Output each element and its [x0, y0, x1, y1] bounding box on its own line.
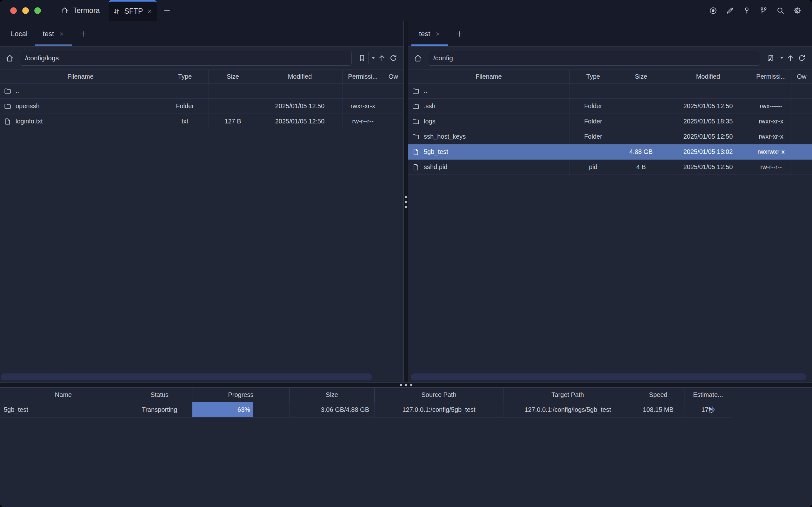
app-window: Termora SFTP [0, 0, 812, 507]
home-icon[interactable] [4, 52, 15, 64]
column-header-status[interactable]: Status [127, 388, 193, 402]
filename-label: 5gb_test [424, 148, 448, 156]
close-window-button[interactable] [10, 7, 17, 14]
permissions-cell: rwxr-xr-x [751, 114, 791, 129]
table-row[interactable]: logs Folder 2025/01/05 18:35 rwxr-xr-x [408, 114, 812, 129]
column-header-type[interactable]: Type [161, 70, 209, 83]
size-cell [617, 83, 665, 99]
column-header-size[interactable]: Size [209, 70, 257, 83]
filename-label: logs [424, 118, 436, 125]
transfers-table: Name Status Progress Size Source Path Ta… [0, 388, 812, 417]
keychain-branch-icon[interactable] [759, 6, 768, 15]
column-header-modified[interactable]: Modified [665, 70, 751, 83]
permissions-cell [751, 83, 791, 99]
minimize-window-button[interactable] [22, 7, 29, 14]
remote-path-actions [765, 52, 808, 64]
table-row-selected[interactable]: 5gb_test 4.88 GB 2025/01/05 13:02 rwxrwx… [408, 145, 812, 160]
tab-termora[interactable]: Termora [52, 0, 109, 21]
scrollbar-thumb[interactable] [1, 374, 372, 380]
table-row[interactable]: loginfo.txt txt 127 B 2025/01/05 12:50 r… [0, 114, 403, 129]
chevron-down-icon[interactable] [370, 56, 376, 60]
edit-pencil-icon[interactable] [725, 6, 735, 15]
local-pane-tabs: Local test [0, 21, 403, 47]
bookmark-icon[interactable] [356, 52, 368, 64]
close-tab-icon[interactable] [147, 8, 153, 14]
search-icon[interactable] [775, 6, 785, 15]
owner-cell [383, 114, 403, 129]
settings-gear-icon[interactable] [792, 6, 802, 15]
owner-cell [791, 129, 812, 145]
modified-cell: 2025/01/05 12:50 [257, 114, 343, 129]
traffic-lights [0, 0, 52, 21]
table-row[interactable]: .. [0, 83, 403, 99]
add-tab-button[interactable] [448, 21, 471, 46]
size-cell [209, 99, 257, 114]
folder-icon [412, 133, 420, 140]
tab-local[interactable]: Local [3, 21, 35, 46]
table-row[interactable]: ssh_host_keys Folder 2025/01/05 12:50 rw… [408, 129, 812, 145]
tab-test-right-label: test [419, 30, 430, 38]
column-header-filename[interactable]: Filename [408, 70, 570, 83]
add-tab-button[interactable] [72, 21, 94, 46]
column-header-estimate[interactable]: Estimate... [685, 388, 732, 402]
type-cell: txt [161, 114, 209, 129]
filename-label: loginfo.txt [15, 118, 43, 125]
column-header-permissions[interactable]: Permissi... [751, 70, 791, 83]
table-row[interactable]: .. [408, 83, 812, 99]
column-header-owner[interactable]: Ow [383, 70, 403, 83]
column-header-target-path[interactable]: Target Path [503, 388, 632, 402]
modified-cell: 2025/01/05 13:02 [665, 145, 751, 160]
column-header-permissions[interactable]: Permissi... [343, 70, 383, 83]
tab-test-left[interactable]: test [35, 21, 72, 46]
tab-test-right[interactable]: test [412, 21, 448, 46]
chevron-down-icon[interactable] [779, 56, 785, 60]
remote-path-input[interactable] [428, 51, 760, 66]
pane-splitter-vertical[interactable] [403, 21, 408, 382]
transfer-row[interactable]: 5gb_test Transporting 63% 3.06 GB/4.88 G… [0, 402, 812, 417]
column-header-filename[interactable]: Filename [0, 70, 161, 83]
splitter-grip-icon [405, 196, 407, 208]
permissions-cell [343, 83, 383, 99]
horizontal-scrollbar [0, 374, 403, 380]
permissions-cell: rwxrwxr-x [751, 145, 791, 160]
table-row[interactable]: .ssh Folder 2025/01/05 12:50 rwx------ [408, 99, 812, 114]
local-path-input[interactable] [20, 51, 352, 66]
column-header-speed[interactable]: Speed [632, 388, 685, 402]
tab-test-left-label: test [43, 30, 54, 38]
remote-table-header: Filename Type Size Modified Permissi... … [408, 70, 812, 83]
refresh-icon[interactable] [796, 52, 808, 64]
table-row[interactable]: sshd.pid pid 4 B 2025/01/05 12:50 rw-r--… [408, 160, 812, 175]
close-tab-icon[interactable] [435, 31, 441, 37]
record-icon[interactable] [708, 6, 718, 15]
column-header-source-path[interactable]: Source Path [375, 388, 503, 402]
size-cell [209, 83, 257, 99]
filename-label: .ssh [424, 103, 436, 110]
column-header-type[interactable]: Type [570, 70, 617, 83]
column-header-progress[interactable]: Progress [193, 388, 289, 402]
owner-cell [383, 99, 403, 114]
tab-sftp[interactable]: SFTP [109, 0, 157, 21]
table-row[interactable]: openssh Folder 2025/01/05 12:50 rwxr-xr-… [0, 99, 403, 114]
transfer-arrows-icon [113, 8, 120, 15]
column-header-size[interactable]: Size [617, 70, 665, 83]
new-tab-button[interactable] [157, 0, 177, 21]
local-path-actions [356, 52, 399, 64]
column-header-size[interactable]: Size [289, 388, 375, 402]
up-directory-icon[interactable] [376, 52, 388, 64]
key-icon[interactable] [742, 6, 751, 15]
modified-cell [257, 83, 343, 99]
zoom-window-button[interactable] [34, 7, 41, 14]
column-header-modified[interactable]: Modified [257, 70, 343, 83]
transfers-splitter-horizontal[interactable] [0, 382, 812, 388]
scrollbar-thumb[interactable] [411, 374, 806, 380]
horizontal-scrollbar [408, 374, 812, 380]
up-directory-icon[interactable] [785, 52, 796, 64]
bookmark-slash-icon[interactable] [765, 52, 776, 64]
home-icon[interactable] [412, 52, 424, 64]
refresh-icon[interactable] [388, 52, 399, 64]
column-header-name[interactable]: Name [0, 388, 127, 402]
close-tab-icon[interactable] [59, 31, 64, 37]
permissions-cell: rwxr-xr-x [343, 99, 383, 114]
column-header-owner[interactable]: Ow [791, 70, 812, 83]
file-icon [4, 118, 11, 125]
